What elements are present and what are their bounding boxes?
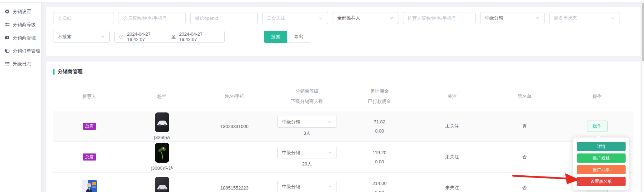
referrer-search-input[interactable]	[403, 12, 476, 24]
menu-item-details[interactable]: 详情	[577, 142, 626, 151]
sliders-icon	[5, 22, 10, 27]
menu-item-set-blacklist[interactable]: 设置黑名单	[577, 177, 626, 186]
referrer-badge: 总店	[83, 153, 96, 161]
menu-item-promote-fans[interactable]: 推广粉丝	[577, 153, 626, 163]
section-header: 分销商管理	[53, 69, 633, 75]
sidebar-item-upgrade-log[interactable]: 升级日志	[0, 57, 41, 70]
col-label: 已打款佣金	[368, 98, 391, 105]
col-commission: 累计佣金已打款佣金	[343, 88, 416, 105]
referrer-select[interactable]: 全部推荐人	[333, 12, 398, 24]
col-label: 推荐人	[82, 93, 96, 100]
sidebar-item-distributor-management[interactable]: 分销商管理	[0, 31, 41, 44]
phone-cell: 13023331000	[198, 124, 271, 129]
col-label: 粉丝	[157, 93, 167, 100]
scrollbar-track[interactable]	[641, 0, 644, 192]
fan-cell: (3080)伯达	[126, 143, 198, 171]
row-level-select[interactable]: 中级分销	[277, 181, 337, 192]
blacklist-status-placeholder: 黑名单状态	[554, 15, 577, 21]
col-label: 操作	[593, 93, 602, 100]
copy-icon	[5, 48, 10, 53]
phone-cell: 18851552223	[198, 185, 271, 191]
date-separator: 至	[171, 34, 176, 40]
follow-status: 未关注	[445, 185, 459, 191]
export-button[interactable]: 导出	[287, 31, 310, 43]
row-action-menu: 详情 推广粉丝 推广订单 设置黑名单	[573, 138, 629, 190]
date-range-picker[interactable]: 2024-04-27 16:42:07 至 2024-04-27 16:42:0…	[114, 31, 225, 43]
row-level-select[interactable]: 中级分销	[277, 147, 337, 158]
referrer-badge: 总店	[83, 123, 96, 130]
wechat-openid-input[interactable]	[190, 12, 258, 24]
distributor-management-panel: 分销商管理 推荐人 粉丝 姓名/手机 分销商等级下级分销商人数 累计佣金已打款佣…	[46, 62, 640, 192]
follow-status-placeholder: 是否关注	[267, 15, 285, 21]
video-icon	[5, 35, 10, 40]
search-button[interactable]: 搜索	[264, 31, 287, 43]
chevron-down-icon	[610, 16, 615, 21]
follow-status: 未关注	[445, 123, 459, 129]
level-select[interactable]: 中级分销	[480, 12, 545, 24]
referrer-cell: 总店	[53, 153, 126, 161]
follow-cell: 未关注	[416, 154, 488, 160]
section-accent-bar	[53, 69, 54, 75]
blacklist-status-select[interactable]: 黑名单状态	[549, 12, 620, 24]
row-level-value: 中级分销	[282, 184, 300, 190]
date-end: 2024-04-27 16:42:07	[179, 31, 220, 42]
sidebar-item-distributor-level[interactable]: 分销商等级	[0, 18, 41, 31]
commission-paid: 0.00	[375, 128, 384, 134]
commission-total: 214.00	[373, 180, 387, 187]
col-blacklist: 黑名单	[488, 93, 561, 100]
time-type-select[interactable]: 不搜索	[53, 31, 110, 43]
referrer-select-value: 全部推荐人	[337, 15, 360, 21]
fan-cell	[126, 177, 198, 192]
sidebar: 分销设置 分销商等级 分销商管理 分销订单管理 升级日志	[0, 3, 42, 192]
fan-name: (3080)伯达	[151, 165, 173, 171]
scrollbar-thumb[interactable]	[642, 3, 644, 61]
commission-total: 119.20	[373, 149, 386, 156]
commission-paid: 0.00	[375, 189, 384, 192]
member-nickname-input[interactable]	[119, 12, 186, 24]
commission-cell: 71.82 0.00	[343, 118, 416, 134]
blacklist-status: 否	[522, 123, 527, 129]
col-level: 分销商等级下级分销商人数	[271, 88, 343, 105]
follow-status-select[interactable]: 是否关注	[262, 12, 328, 24]
table-header-row: 推荐人 粉丝 姓名/手机 分销商等级下级分销商人数 累计佣金已打款佣金 关注 黑…	[53, 82, 633, 111]
menu-item-promote-orders[interactable]: 推广订单	[577, 165, 626, 174]
sub-distributor-count: 29人	[302, 161, 312, 167]
plant-sprout-photo	[155, 143, 169, 163]
blacklist-status: 否	[522, 154, 527, 160]
blacklist-status: 否	[522, 185, 527, 191]
col-label: 累计佣金	[370, 88, 389, 94]
level-cell: 中级分销	[271, 181, 343, 192]
commission-total: 71.82	[374, 118, 385, 125]
blacklist-cell: 否	[488, 154, 561, 160]
col-label: 姓名/手机	[225, 93, 245, 100]
sidebar-item-distribution-settings[interactable]: 分销设置	[0, 5, 41, 18]
fan-name: (3260)A	[154, 135, 170, 140]
filter-row-1: 是否关注 全部推荐人 中级分销 黑名单状态	[53, 12, 633, 24]
table-row: 18851552223 中级分销 214.00 0.00 未关注 否 操作	[53, 173, 633, 192]
chevron-down-icon	[318, 16, 323, 21]
col-actions: 操作	[561, 93, 633, 100]
filter-panel: 是否关注 全部推荐人 中级分销 黑名单状态 不搜索 2024-04-27 16:…	[46, 7, 640, 56]
member-id-input[interactable]	[53, 12, 114, 24]
table-row: 总店 (3080)伯达 中级分销 29人 119.20 0.00 未关注 否	[53, 142, 633, 173]
row-action-button[interactable]: 操作	[587, 121, 608, 132]
level-select-value: 中级分销	[485, 15, 503, 21]
col-label: 关注	[448, 93, 457, 100]
referrer-cell: 总店	[53, 123, 126, 130]
white-car-photo	[155, 177, 169, 192]
row-level-value: 中级分销	[282, 150, 300, 156]
follow-cell: 未关注	[416, 123, 488, 129]
sidebar-item-label: 分销商等级	[13, 22, 36, 28]
col-name-phone: 姓名/手机	[198, 93, 271, 100]
filter-buttons: 搜索 导出	[264, 31, 310, 43]
clock-icon	[119, 34, 124, 39]
sidebar-item-order-management[interactable]: 分销订单管理	[0, 44, 41, 57]
chevron-down-icon	[535, 16, 540, 21]
follow-cell: 未关注	[416, 185, 488, 191]
row-level-select[interactable]: 中级分销	[277, 116, 337, 128]
fan-cell: (3260)A	[126, 112, 198, 140]
table-row: 总店 (3260)A 13023331000 中级分销 3人 71.82 0.0…	[53, 111, 633, 142]
blacklist-cell: 否	[488, 123, 561, 129]
chevron-down-icon	[100, 34, 105, 39]
distributor-table: 推荐人 粉丝 姓名/手机 分销商等级下级分销商人数 累计佣金已打款佣金 关注 黑…	[53, 82, 633, 192]
